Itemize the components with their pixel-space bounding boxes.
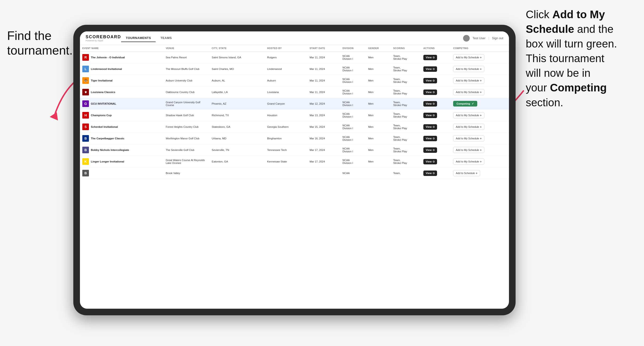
city-cell: Sevierville, TN [209, 144, 265, 156]
table-row: B Brook ValleyNCAATeam,View ⊙Add to Sche… [80, 168, 509, 179]
tab-teams[interactable]: TEAMS [156, 34, 176, 42]
add-schedule-button[interactable]: Add to My Schedule + [453, 124, 484, 130]
actions-cell: View ⊙ [421, 168, 451, 179]
division-cell: NCAADivision I [340, 121, 366, 133]
table-row: B The Carpetbagger Classic Worthington M… [80, 133, 509, 144]
check-icon: ✓ [472, 102, 474, 105]
event-name-cell: B The Carpetbagger Classic [80, 133, 164, 144]
app-header: SCOREBOARD Powered by clippd TOURNAMENTS… [80, 31, 509, 45]
competing-cell: Add to My Schedule + [451, 86, 509, 98]
eye-icon: ⊙ [432, 56, 435, 59]
gender-cell: Men [366, 86, 391, 98]
competing-cell: Add to Schedule + [451, 168, 509, 179]
view-button[interactable]: View ⊙ [423, 147, 437, 153]
venue-cell: Grand Canyon University Golf Course [164, 98, 209, 110]
annotation-left: Find the tournament. [7, 28, 73, 58]
table-row: B Bobby Nichols Intercollegiate The Sevi… [80, 144, 509, 156]
eye-icon: ⊙ [432, 102, 435, 105]
view-button[interactable]: View ⊙ [423, 159, 437, 164]
host-cell: Louisiana [265, 86, 307, 98]
team-logo: B [82, 170, 89, 176]
venue-cell: Great Waters Course At Reynolds Lake Oco… [164, 156, 209, 168]
view-button[interactable]: View ⊙ [423, 136, 437, 141]
city-cell: Richmond, TX [209, 110, 265, 121]
scoring-cell: Team,Stroke Play [391, 75, 421, 86]
scoring-cell: Team,Stroke Play [391, 98, 421, 110]
view-button[interactable]: View ⊙ [423, 78, 437, 83]
annotation-right: Click Add to MySchedule and thebox will … [526, 7, 639, 110]
event-name-text: Linger Longer Invitational [91, 160, 124, 163]
add-schedule-button[interactable]: Add to Schedule + [453, 170, 480, 176]
col-city-state: CITY, STATE [209, 45, 265, 52]
event-name-cell: R The Johnnie - O Individual [80, 52, 164, 63]
col-venue: VENUE [164, 45, 209, 52]
date-cell: Mar 16, 2024 [307, 133, 340, 144]
add-schedule-button[interactable]: Add to My Schedule + [453, 112, 484, 118]
add-schedule-button[interactable]: Add to My Schedule + [453, 89, 484, 95]
tournaments-table: EVENT NAME VENUE CITY, STATE HOSTED BY S… [80, 45, 509, 179]
view-button[interactable]: View ⊙ [423, 55, 437, 60]
plus-icon: + [480, 79, 482, 82]
actions-cell: View ⊙ [421, 52, 451, 63]
view-button[interactable]: View ⊙ [423, 171, 437, 176]
user-avatar [463, 35, 470, 42]
competing-button[interactable]: Competing ✓ [453, 101, 477, 107]
view-button[interactable]: View ⊙ [423, 90, 437, 95]
eye-icon: ⊙ [432, 160, 435, 163]
actions-cell: View ⊙ [421, 156, 451, 168]
date-cell: Mar 11, 2024 [307, 75, 340, 86]
col-competing: COMPETING [451, 45, 509, 52]
add-schedule-button[interactable]: Add to My Schedule + [453, 159, 484, 165]
view-button[interactable]: View ⊙ [423, 124, 437, 130]
table-row: L Lindenwood Invitational The Missouri B… [80, 63, 509, 75]
add-schedule-button[interactable]: Add to My Schedule + [453, 66, 484, 72]
city-cell: Statesboro, GA [209, 121, 265, 133]
team-logo: G [82, 100, 89, 107]
venue-cell: Brook Valley [164, 168, 209, 179]
city-cell: Auburn, AL [209, 75, 265, 86]
view-button[interactable]: View ⊙ [423, 101, 437, 107]
eye-icon: ⊙ [432, 79, 435, 82]
city-cell: Eatonton, GA [209, 156, 265, 168]
venue-cell: Worthington Manor Golf Club [164, 133, 209, 144]
view-button[interactable]: View ⊙ [423, 113, 437, 118]
gender-cell [366, 168, 391, 179]
plus-icon: + [476, 172, 478, 175]
gender-cell: Men [366, 75, 391, 86]
add-schedule-button[interactable]: Add to My Schedule + [453, 135, 484, 142]
team-logo: K [82, 158, 89, 165]
user-name: Test User [472, 36, 486, 40]
date-cell: Mar 15, 2024 [307, 121, 340, 133]
actions-cell: View ⊙ [421, 121, 451, 133]
add-schedule-button[interactable]: Add to My Schedule + [453, 54, 484, 60]
tablet-device: SCOREBOARD Powered by clippd TOURNAMENTS… [73, 25, 516, 315]
add-schedule-button[interactable]: Add to My Schedule + [453, 147, 484, 153]
division-cell: NCAADivision I [340, 156, 366, 168]
date-cell: Mar 11, 2024 [307, 52, 340, 63]
view-button[interactable]: View ⊙ [423, 66, 437, 72]
plus-icon: + [480, 67, 482, 71]
host-cell: Houston [265, 110, 307, 121]
eye-icon: ⊙ [432, 172, 435, 175]
venue-cell: The Sevierville Golf Club [164, 144, 209, 156]
competing-cell: Add to My Schedule + [451, 156, 509, 168]
scoring-cell: Team,Stroke Play [391, 144, 421, 156]
actions-cell: View ⊙ [421, 98, 451, 110]
venue-cell: The Missouri Bluffs Golf Club [164, 63, 209, 75]
eye-icon: ⊙ [432, 91, 435, 94]
gender-cell: Men [366, 121, 391, 133]
tab-tournaments[interactable]: TOURNAMENTS [121, 34, 156, 42]
add-schedule-button[interactable]: Add to My Schedule + [453, 77, 484, 84]
competing-cell: Add to My Schedule + [451, 121, 509, 133]
sign-out-link[interactable]: Sign out [492, 36, 503, 40]
gender-cell: Men [366, 63, 391, 75]
event-name-text: The Johnnie - O Individual [91, 56, 125, 59]
venue-cell: Auburn University Club [164, 75, 209, 86]
event-name-text: Champions Cup [91, 114, 112, 117]
competing-cell: Add to My Schedule + [451, 144, 509, 156]
actions-cell: View ⊙ [421, 75, 451, 86]
competing-cell: Add to My Schedule + [451, 63, 509, 75]
event-name-text: Louisiana Classics [91, 91, 116, 94]
table-row: 🐯 Tiger Invitational Auburn University C… [80, 75, 509, 86]
plus-icon: + [480, 137, 482, 140]
